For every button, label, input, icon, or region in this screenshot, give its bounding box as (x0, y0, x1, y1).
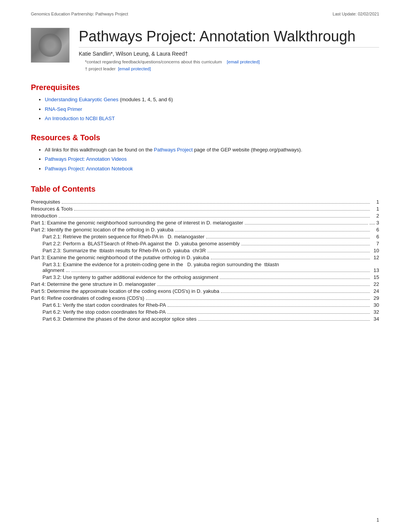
toc-label: Part 2: Identify the genomic location of… (31, 227, 173, 233)
toc-dots (157, 286, 370, 286)
prerequisites-heading: Prerequisites (31, 83, 379, 92)
toc-dots (220, 279, 370, 279)
authors: Katie Sandlin*, Wilson Leung, & Laura Re… (79, 51, 379, 57)
header-left: Genomics Education Partnership: Pathways… (31, 12, 128, 16)
toc-page: 7 (371, 241, 379, 246)
list-item: RNA-Seq Primer (45, 105, 379, 113)
page: Genomics Education Partnership: Pathways… (0, 0, 410, 532)
contact1-email[interactable]: [email protected] (227, 59, 260, 64)
toc-page: 32 (371, 309, 379, 315)
toc-entry-part6-3: Part 6.3: Determine the phases of the do… (31, 316, 379, 322)
logo-image (31, 28, 69, 63)
prereq-link-3[interactable]: An Introduction to NCBI BLAST (45, 116, 115, 121)
list-item: Pathways Project: Annotation Notebook (45, 165, 379, 173)
toc-entry-part2-1: Part 2.1: Retrieve the protein sequence … (31, 234, 379, 240)
toc-entry-prerequisites: Prerequisites 1 (31, 199, 379, 205)
toc-entry-part5: Part 5: Determine the approximate locati… (31, 288, 379, 294)
toc-dots (221, 292, 370, 293)
toc-label: Prerequisites (31, 199, 60, 205)
toc-entry-part4: Part 4: Determine the gene structure in … (31, 281, 379, 287)
toc-page: 1 (371, 206, 379, 212)
toc-heading: Table of Contents (31, 185, 379, 194)
toc-dots (71, 272, 370, 272)
toc-entry-part3-2: Part 3.2: Use synteny to gather addition… (31, 274, 379, 280)
toc-entry-part2: Part 2: Identify the genomic location of… (31, 227, 379, 233)
toc-dots (241, 245, 370, 245)
toc-entry-part3: Part 3: Examine the genomic neighborhood… (31, 255, 379, 260)
toc-label: Part 6.3: Determine the phases of the do… (31, 316, 197, 322)
resources-item1-prefix: All links for this walkthrough can be fo… (45, 147, 154, 153)
toc-entries: Prerequisites 1 Resources & Tools 1 Intr… (31, 199, 379, 322)
toc-dots (206, 238, 370, 238)
contact1-prefix: *contact regarding feedback/questions/co… (85, 59, 222, 64)
contact2-prefix: † project leader (85, 66, 115, 71)
toc-label: Part 2.3: Summarize the tblastn results … (31, 248, 206, 253)
page-number: 1 (376, 517, 379, 523)
toc-label-continued: alignment ... (31, 267, 70, 273)
toc-label: Part 3.2: Use synteny to gather addition… (31, 274, 218, 280)
toc-entry-part1: Part 1: Examine the genomic neighborhood… (31, 220, 379, 226)
annotation-videos-link[interactable]: Pathways Project: Annotation Videos (45, 156, 127, 162)
resources-heading: Resources & Tools (31, 133, 379, 142)
toc-entry-resources: Resources & Tools 1 (31, 206, 379, 212)
toc-page: 12 (371, 255, 379, 260)
contact-info: *contact regarding feedback/questions/co… (85, 58, 379, 73)
pathways-project-link[interactable]: Pathways Project (154, 147, 193, 153)
prerequisites-list: Understanding Eukaryotic Genes (modules … (45, 96, 379, 122)
toc-dots (211, 259, 370, 259)
toc-label: Part 6.2: Verify the stop codon coordina… (31, 309, 166, 315)
toc-page: 22 (371, 281, 379, 287)
title-section: Pathways Project: Annotation Walkthrough… (31, 28, 379, 72)
toc-dots (245, 224, 368, 224)
toc-label: Resources & Tools (31, 206, 73, 212)
toc-dots (146, 299, 370, 300)
prereq-link-1[interactable]: Understanding Eukaryotic Genes (45, 97, 119, 102)
toc-label: Part 5: Determine the approximate locati… (31, 288, 219, 294)
resources-section: Resources & Tools All links for this wal… (31, 133, 379, 173)
prerequisites-section: Prerequisites Understanding Eukaryotic G… (31, 83, 379, 122)
toc-page: 6 (371, 234, 379, 240)
toc-dots (168, 306, 370, 307)
toc-entry-part2-2: Part 2.2: Perform a BLASTSearch of Rheb-… (31, 241, 379, 246)
toc-page: 24 (371, 288, 379, 294)
toc-dots (62, 203, 370, 204)
header-right: Last Update: 02/02/2021 (333, 12, 379, 16)
toc-label: Part 6.1: Verify the start codon coordin… (31, 302, 166, 308)
toc-entry-part6: Part 6: Refine coordinates of coding exo… (31, 295, 379, 301)
resources-list: All links for this walkthrough can be fo… (45, 146, 379, 173)
annotation-notebook-link[interactable]: Pathways Project: Annotation Notebook (45, 166, 133, 172)
list-item: All links for this walkthrough can be fo… (45, 146, 379, 154)
toc-section: Table of Contents Prerequisites 1 Resour… (31, 185, 379, 322)
toc-entry-introduction: Introduction 2 (31, 213, 379, 219)
toc-label: Part 4: Determine the gene structure in … (31, 281, 156, 287)
toc-dots (175, 231, 370, 231)
resources-item1-suffix: page of the GEP website (thegep.org/path… (194, 147, 302, 153)
header-bar: Genomics Education Partnership: Pathways… (31, 12, 379, 16)
toc-page: 10 (371, 248, 379, 253)
toc-dots (198, 320, 370, 321)
toc-entry-part6-2: Part 6.2: Verify the stop codon coordina… (31, 309, 379, 315)
main-title: Pathways Project: Annotation Walkthrough (79, 28, 379, 48)
toc-entry-part6-1: Part 6.1: Verify the start codon coordin… (31, 302, 379, 308)
toc-label: Part 6: Refine coordinates of coding exo… (31, 295, 144, 301)
toc-page: 1 (371, 199, 379, 205)
toc-page: 6 (371, 227, 379, 233)
list-item: An Introduction to NCBI BLAST (45, 115, 379, 122)
toc-label: Part 2.1: Retrieve the protein sequence … (31, 234, 205, 240)
contact2-email[interactable]: [email protected] (118, 66, 151, 71)
title-text-area: Pathways Project: Annotation Walkthrough… (79, 28, 379, 72)
toc-dots (207, 252, 370, 252)
toc-entry-part2-3: Part 2.3: Summarize the tblastn results … (31, 248, 379, 253)
toc-page: 2 (371, 213, 379, 219)
toc-page: 15 (371, 274, 379, 280)
toc-entry-part3-1-wrap: Part 3.1: Examine the evidence for a pro… (31, 262, 379, 273)
toc-dots (167, 313, 370, 314)
prereq-link-2[interactable]: RNA-Seq Primer (45, 106, 82, 112)
toc-page: 30 (371, 302, 379, 308)
toc-dots (74, 210, 370, 211)
toc-label: Part 1: Examine the genomic neighborhood… (31, 220, 243, 226)
prereq-suffix-1: (modules 1, 4, 5, and 6) (120, 97, 173, 102)
toc-dots (59, 217, 370, 218)
toc-label: Part 2.2: Perform a BLASTSearch of Rheb-… (31, 241, 240, 246)
toc-page: 34 (371, 316, 379, 322)
